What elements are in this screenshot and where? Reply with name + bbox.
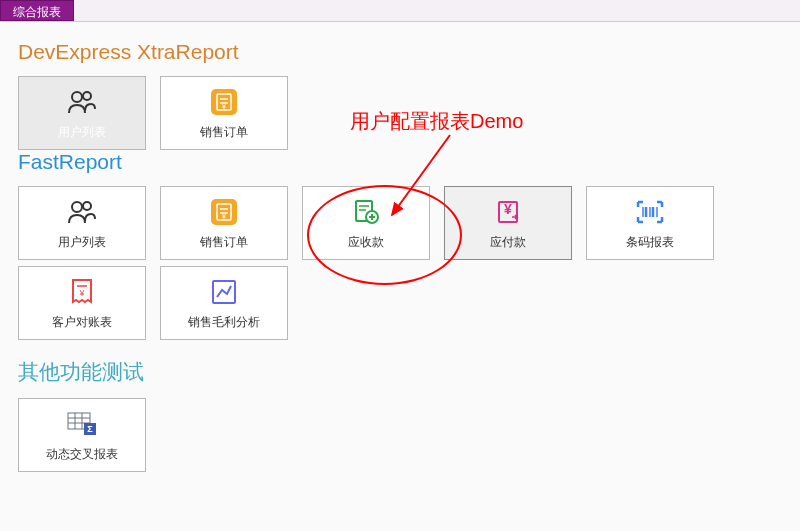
tile-label: 用户列表 xyxy=(58,234,106,251)
section-title-devexpress: DevExpress XtraReport xyxy=(18,40,788,64)
tile-fr-profit[interactable]: 销售毛利分析 xyxy=(160,266,288,340)
devexpress-row: 用户列表 ¥ 销售订单 xyxy=(18,76,788,150)
tile-label: 客户对账表 xyxy=(52,314,112,331)
content-area: DevExpress XtraReport 用户列表 ¥ xyxy=(0,22,800,486)
section-title-other: 其他功能测试 xyxy=(18,358,788,386)
tile-fr-salesorder[interactable]: ¥ 销售订单 xyxy=(160,186,288,260)
pivot-icon: Σ xyxy=(66,408,98,440)
tile-fr-barcode[interactable]: 条码报表 xyxy=(586,186,714,260)
section-title-fastreport: FastReport xyxy=(18,150,788,174)
tile-fr-receivable[interactable]: 应收款 xyxy=(302,186,430,260)
tile-label: 销售订单 xyxy=(200,234,248,251)
tile-label: 应收款 xyxy=(348,234,384,251)
svg-point-8 xyxy=(83,202,91,210)
svg-point-0 xyxy=(72,92,82,102)
tile-label: 应付款 xyxy=(490,234,526,251)
tile-de-userlist[interactable]: 用户列表 xyxy=(18,76,146,150)
tile-label: 销售订单 xyxy=(200,124,248,141)
tile-label: 用户列表 xyxy=(58,124,106,141)
tile-fr-payable[interactable]: ¥ 应付款 xyxy=(444,186,572,260)
svg-text:¥: ¥ xyxy=(504,201,512,217)
tile-label: 销售毛利分析 xyxy=(188,314,260,331)
svg-rect-9 xyxy=(211,199,237,225)
svg-point-7 xyxy=(72,202,82,212)
users-icon xyxy=(66,196,98,228)
receivable-icon xyxy=(350,196,382,228)
tile-other-pivot[interactable]: Σ 动态交叉报表 xyxy=(18,398,146,472)
svg-point-1 xyxy=(83,92,91,100)
tab-reports[interactable]: 综合报表 xyxy=(0,0,74,21)
svg-text:¥: ¥ xyxy=(78,288,85,298)
tile-label: 条码报表 xyxy=(626,234,674,251)
fastreport-row1: 用户列表 ¥ 销售订单 xyxy=(18,186,788,260)
chart-icon xyxy=(208,276,240,308)
tab-bar: 综合报表 xyxy=(0,0,800,22)
other-row: Σ 动态交叉报表 xyxy=(18,398,788,472)
barcode-icon xyxy=(634,196,666,228)
tile-de-salesorder[interactable]: ¥ 销售订单 xyxy=(160,76,288,150)
svg-text:¥: ¥ xyxy=(222,103,226,110)
payable-icon: ¥ xyxy=(492,196,524,228)
order-icon: ¥ xyxy=(208,196,240,228)
svg-text:Σ: Σ xyxy=(87,424,93,434)
svg-rect-2 xyxy=(211,89,237,115)
receipt-icon: ¥ xyxy=(66,276,98,308)
tile-fr-statement[interactable]: ¥ 客户对账表 xyxy=(18,266,146,340)
svg-text:¥: ¥ xyxy=(222,213,226,220)
order-icon: ¥ xyxy=(208,86,240,118)
users-icon xyxy=(66,86,98,118)
tile-fr-userlist[interactable]: 用户列表 xyxy=(18,186,146,260)
tile-label: 动态交叉报表 xyxy=(46,446,118,463)
fastreport-row2: ¥ 客户对账表 销售毛利分析 xyxy=(18,266,788,340)
